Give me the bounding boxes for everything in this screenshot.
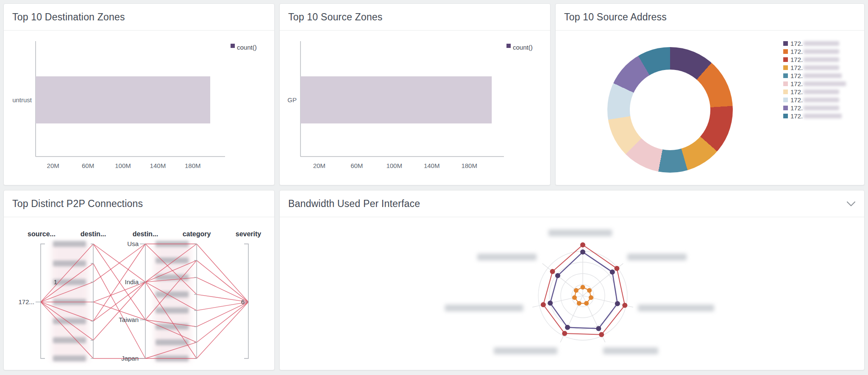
series-red-point[interactable] (580, 242, 585, 247)
series-purple-point[interactable] (615, 301, 620, 306)
series-red-line[interactable] (543, 245, 625, 334)
country-node-label: India (125, 278, 139, 285)
masked-spoke-label (548, 229, 612, 236)
series-purple-point[interactable] (548, 301, 553, 306)
parallel-coordinates-chart: source...destin...destin...categorysever… (4, 217, 274, 370)
series-red-point[interactable] (541, 302, 546, 307)
panel-header: Bandwidth Used Per Interface (280, 190, 864, 217)
masked-spoke-label (627, 254, 687, 260)
panel-title: Bandwidth Used Per Interface (288, 198, 420, 210)
legend-label-masked (804, 114, 842, 118)
legend-item[interactable]: 172. (783, 39, 846, 48)
source-node-label: 172... (18, 298, 34, 305)
x-tick-label: 60M (82, 162, 94, 169)
legend-label-masked (804, 90, 839, 94)
series-orange-point[interactable] (574, 288, 579, 293)
series-red-point[interactable] (562, 331, 567, 336)
panel-top-source-address: Top 10 Source Address 172.172.172.172.17… (555, 3, 865, 185)
bar-chart-svg: untrust20M60M100M140M180Mcount() (4, 31, 274, 185)
masked-spoke-label (445, 305, 523, 311)
legend-label-masked (804, 73, 842, 78)
legend-item[interactable]: 172. (783, 96, 846, 104)
bar-GP[interactable] (300, 76, 492, 123)
legend-label-masked (804, 98, 839, 102)
series-red-point[interactable] (622, 303, 627, 308)
legend-item[interactable]: 172. (783, 48, 846, 56)
connection-line[interactable] (197, 302, 248, 358)
bar-chart-destination-zones: untrust20M60M100M140M180Mcount() (4, 31, 274, 185)
legend-label-prefix: 172. (790, 40, 803, 47)
series-orange-point[interactable] (577, 301, 581, 305)
axis-header: category (183, 230, 211, 238)
category-label: GP (287, 96, 297, 104)
panel-header: Top Distinct P2P Connections (4, 190, 274, 217)
series-orange-point[interactable] (584, 301, 589, 305)
legend-swatch (783, 57, 788, 62)
series-orange-point[interactable] (581, 285, 585, 290)
legend-swatch (783, 73, 788, 78)
series-purple-point[interactable] (555, 273, 560, 278)
connection-line[interactable] (93, 282, 145, 321)
legend-label-prefix: 172. (790, 89, 803, 95)
legend-swatch (783, 41, 788, 46)
legend-swatch (231, 44, 235, 48)
connection-line[interactable] (93, 282, 145, 340)
legend-swatch (783, 90, 788, 94)
legend-label[interactable]: count() (237, 44, 257, 51)
legend-label-masked (804, 57, 839, 62)
series-red-point[interactable] (614, 266, 619, 271)
series-purple-point[interactable] (610, 269, 615, 274)
legend-swatch (783, 98, 788, 102)
legend-label-prefix: 172. (790, 48, 803, 55)
series-purple-point[interactable] (580, 249, 585, 255)
legend-label-prefix: 172. (790, 113, 803, 119)
dashboard-row-bottom: Top Distinct P2P Connections source...de… (3, 190, 865, 370)
series-purple-line[interactable] (550, 252, 618, 328)
series-orange-point[interactable] (587, 288, 592, 293)
masked-spoke-label (603, 347, 658, 354)
series-purple-point[interactable] (565, 325, 570, 330)
connection-line[interactable] (197, 302, 248, 342)
legend-item[interactable]: 172. (783, 104, 846, 112)
donut-hole (607, 47, 733, 173)
panel-title: Top 10 Destination Zones (12, 11, 125, 23)
x-tick-label: 20M (47, 162, 59, 169)
series-red-point[interactable] (599, 332, 604, 337)
x-tick-label: 140M (150, 162, 166, 169)
series-purple-point[interactable] (596, 326, 601, 331)
axis-header: severity (236, 230, 262, 238)
country-node-label: Usa (127, 240, 139, 247)
legend-label-masked (804, 81, 846, 86)
legend-item[interactable]: 172. (783, 64, 846, 72)
bar-untrust[interactable] (36, 76, 210, 123)
legend-item[interactable]: 172. (783, 72, 846, 80)
panel-top-source-zones: Top 10 Source Zones GP20M60M100M140M180M… (279, 3, 551, 185)
series-orange-point[interactable] (589, 295, 593, 300)
legend-label-prefix: 172. (790, 56, 803, 63)
panel-top-destination-zones: Top 10 Destination Zones untrust20M60M10… (3, 3, 275, 185)
dashboard-row-top: Top 10 Destination Zones untrust20M60M10… (3, 3, 865, 185)
legend-item[interactable]: 172. (783, 88, 846, 96)
x-tick-label: 180M (461, 162, 477, 169)
legend-swatch (506, 44, 511, 48)
chevron-down-icon[interactable] (846, 201, 856, 207)
legend-item[interactable]: 172. (783, 56, 846, 64)
masked-value-text (53, 355, 86, 361)
legend-swatch (783, 65, 788, 70)
parallel-coordinates-svg: source...destin...destin...categorysever… (4, 217, 274, 370)
legend-item[interactable]: 172. (783, 112, 846, 120)
series-orange-point[interactable] (572, 295, 577, 300)
category-label: untrust (12, 96, 32, 104)
masked-value-text (53, 260, 86, 266)
masked-value-text (156, 339, 189, 345)
connection-line[interactable] (197, 244, 248, 302)
legend-label[interactable]: count() (513, 44, 533, 51)
masked-value-text (53, 241, 86, 247)
legend-swatch (783, 114, 788, 118)
bar-chart-source-zones: GP20M60M100M140M180Mcount() (280, 31, 550, 185)
legend-item[interactable]: 172. (783, 80, 846, 88)
series-red-point[interactable] (550, 269, 555, 274)
panel-title: Top 10 Source Address (564, 11, 667, 23)
legend-label-prefix: 172. (790, 105, 803, 111)
connection-line[interactable] (197, 302, 248, 327)
